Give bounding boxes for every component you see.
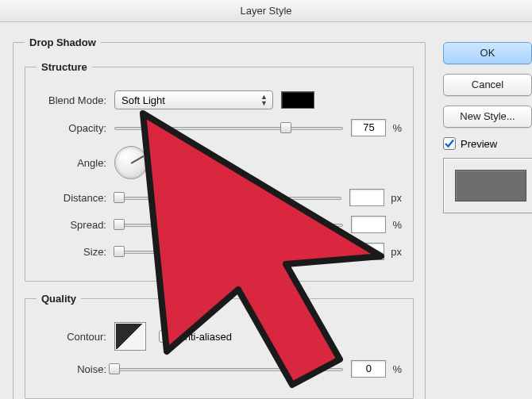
- quality-legend: Quality: [37, 293, 81, 305]
- opacity-unit: %: [392, 122, 402, 134]
- quality-group: Quality Contour: Anti-aliased Noise: 0 %: [25, 293, 414, 399]
- right-button-column: OK Cancel New Style... Preview: [437, 42, 532, 213]
- size-slider[interactable]: [114, 244, 341, 259]
- size-unit: px: [391, 246, 402, 258]
- size-row: Size: px: [37, 243, 402, 260]
- contour-picker[interactable]: [114, 322, 146, 351]
- angle-row: Angle: 30: [37, 146, 402, 179]
- drop-shadow-group: Drop Shadow Structure Blend Mode: Soft L…: [13, 36, 426, 399]
- distance-unit: px: [391, 192, 402, 204]
- distance-input[interactable]: [349, 189, 384, 206]
- ok-button[interactable]: OK: [443, 42, 532, 64]
- drop-shadow-legend: Drop Shadow: [25, 36, 101, 48]
- preview-checkbox[interactable]: [443, 137, 456, 150]
- spread-unit: %: [392, 219, 402, 231]
- angle-dial[interactable]: [114, 146, 148, 179]
- preview-label: Preview: [461, 138, 497, 150]
- opacity-slider[interactable]: [114, 121, 343, 135]
- size-label: Size:: [37, 246, 114, 258]
- opacity-label: Opacity:: [37, 122, 114, 134]
- distance-slider[interactable]: [114, 190, 341, 205]
- noise-unit: %: [392, 363, 402, 375]
- noise-slider[interactable]: [114, 362, 343, 376]
- new-style-button[interactable]: New Style...: [443, 106, 532, 128]
- opacity-row: Opacity: 75 %: [37, 119, 402, 136]
- check-icon: [444, 138, 455, 149]
- contour-row: Contour: Anti-aliased: [37, 322, 402, 351]
- spread-slider[interactable]: [114, 217, 343, 232]
- blend-mode-row: Blend Mode: Soft Light ▲▼: [37, 90, 402, 109]
- distance-label: Distance:: [37, 192, 114, 204]
- cancel-button[interactable]: Cancel: [443, 74, 532, 96]
- spread-input[interactable]: [351, 216, 386, 233]
- noise-input[interactable]: 0: [351, 360, 386, 378]
- preview-checkbox-row: Preview: [443, 137, 532, 150]
- updown-icon: ▲▼: [260, 94, 268, 106]
- distance-row: Distance: px: [37, 189, 402, 206]
- blend-mode-label: Blend Mode:: [37, 94, 114, 106]
- angle-label: Angle:: [37, 157, 114, 169]
- drop-shadow-color-swatch[interactable]: [281, 91, 314, 109]
- spread-label: Spread:: [37, 219, 114, 231]
- window-title: Layer Style: [0, 0, 532, 22]
- opacity-input[interactable]: 75: [351, 119, 386, 136]
- anti-aliased-label: Anti-aliased: [178, 331, 232, 343]
- noise-row: Noise: 0 %: [37, 360, 402, 378]
- contour-label: Contour:: [37, 331, 114, 343]
- structure-group: Structure Blend Mode: Soft Light ▲▼ Opac…: [25, 61, 414, 282]
- noise-label: Noise:: [37, 363, 114, 375]
- preview-swatch: [443, 158, 532, 213]
- structure-legend: Structure: [37, 61, 92, 73]
- blend-mode-value: Soft Light: [121, 94, 165, 106]
- angle-input[interactable]: 30: [156, 154, 191, 171]
- blend-mode-select[interactable]: Soft Light ▲▼: [114, 90, 273, 109]
- dialog-content: OK Cancel New Style... Preview Drop Shad…: [0, 22, 532, 399]
- anti-aliased-checkbox[interactable]: [159, 330, 172, 343]
- spread-row: Spread: %: [37, 216, 402, 233]
- main-column: Drop Shadow Structure Blend Mode: Soft L…: [13, 36, 426, 399]
- size-input[interactable]: [349, 243, 384, 260]
